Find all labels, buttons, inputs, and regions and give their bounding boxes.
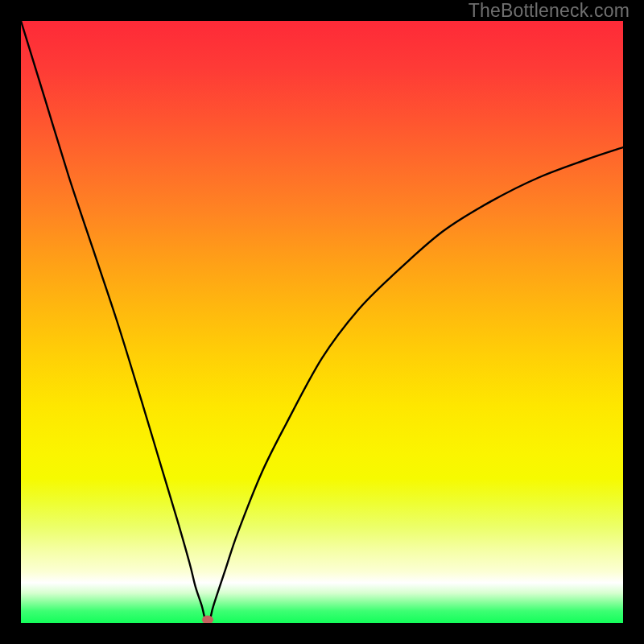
watermark-text: TheBottleneck.com [469, 0, 630, 22]
bottleneck-curve [21, 21, 623, 623]
plot-area [21, 21, 623, 623]
chart-frame: TheBottleneck.com [0, 0, 644, 644]
optimum-marker [202, 616, 213, 623]
